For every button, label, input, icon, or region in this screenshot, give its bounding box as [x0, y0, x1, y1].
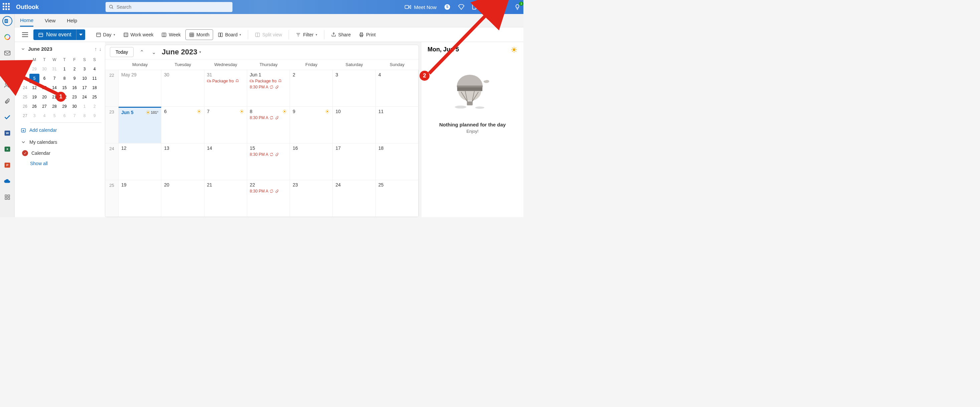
view-workweek-button[interactable]: Work week: [120, 29, 157, 40]
calendar-day-cell[interactable]: 13: [161, 143, 204, 180]
add-calendar-button[interactable]: Add calendar: [21, 124, 102, 136]
share-button[interactable]: Share: [328, 29, 354, 40]
cal-prev-button[interactable]: ⌃: [138, 48, 146, 56]
rail-outlook-icon[interactable]: O: [2, 16, 12, 26]
calendar-event[interactable]: 8:30 PM A: [250, 116, 287, 120]
mini-cal-day[interactable]: 24: [80, 92, 89, 102]
rail-onedrive-icon[interactable]: [2, 176, 12, 186]
calendar-event[interactable]: 8:30 PM A: [250, 189, 287, 193]
calendar-day-cell[interactable]: 12: [119, 143, 161, 180]
mini-cal-day[interactable]: 30: [70, 102, 80, 111]
mini-cal-day[interactable]: 26: [29, 102, 40, 111]
mini-cal-day[interactable]: 1: [80, 102, 89, 111]
mini-cal-day[interactable]: 14: [49, 83, 59, 92]
calendar-day-cell[interactable]: Jun 1Package fro8:30 PM A: [247, 70, 290, 107]
mini-cal-day[interactable]: 4: [40, 111, 49, 120]
rail-word-icon[interactable]: W: [2, 128, 12, 138]
mini-cal-day[interactable]: 4: [89, 64, 100, 74]
my-calendars-section[interactable]: My calendars: [21, 136, 102, 148]
mini-cal-day[interactable]: 25: [89, 92, 100, 102]
calendar-day-cell[interactable]: 11: [376, 107, 418, 143]
calendar-item[interactable]: Calendar: [21, 148, 102, 158]
print-button[interactable]: Print: [355, 29, 379, 40]
mini-cal-day[interactable]: 6: [40, 74, 49, 83]
meet-now-button[interactable]: Meet Now: [404, 4, 437, 10]
rail-todo-icon[interactable]: [2, 112, 12, 122]
mini-calendar[interactable]: MTWTFSS222930311234235678910112412131415…: [21, 55, 102, 120]
calendar-day-cell[interactable]: 20: [161, 180, 204, 217]
calendar-day-cell[interactable]: 30: [161, 70, 204, 107]
mini-cal-day[interactable]: 8: [80, 111, 89, 120]
mini-cal-day[interactable]: 31: [49, 64, 59, 74]
chevron-down-icon[interactable]: [21, 47, 25, 51]
mini-cal-day[interactable]: 27: [40, 102, 49, 111]
tips-icon[interactable]: 3: [514, 4, 521, 10]
calendar-day-cell[interactable]: 21: [204, 180, 247, 217]
calendar-day-cell[interactable]: May 29: [119, 70, 161, 107]
calendar-event[interactable]: 8:30 PM A: [250, 152, 287, 157]
mini-cal-next[interactable]: ↓: [99, 46, 102, 52]
mini-cal-day[interactable]: 30: [40, 64, 49, 74]
calendar-check-icon[interactable]: [22, 150, 28, 156]
mini-cal-day[interactable]: 8: [59, 74, 70, 83]
mini-cal-day[interactable]: 2: [89, 102, 100, 111]
settings-icon[interactable]: [500, 4, 507, 10]
view-week-button[interactable]: Week: [158, 29, 184, 40]
app-launcher-icon[interactable]: [3, 3, 11, 11]
view-day-button[interactable]: Day▾: [92, 29, 119, 40]
calendar-day-cell[interactable]: 14: [204, 143, 247, 180]
cal-title[interactable]: June 2023▾: [162, 48, 201, 56]
rail-powerpoint-icon[interactable]: P: [2, 160, 12, 170]
mini-cal-day[interactable]: 7: [49, 74, 59, 83]
mini-cal-day[interactable]: 12: [29, 83, 40, 92]
calendar-day-cell[interactable]: 16: [290, 143, 332, 180]
mini-cal-day[interactable]: 29: [59, 102, 70, 111]
mini-cal-day[interactable]: 22: [59, 92, 70, 102]
mini-cal-day[interactable]: 3: [29, 111, 40, 120]
calendar-grid[interactable]: 22May 293031Package froJun 1Package fro8…: [105, 70, 418, 217]
mini-cal-day[interactable]: 29: [29, 64, 40, 74]
mini-cal-day[interactable]: 7: [70, 111, 80, 120]
tab-view[interactable]: View: [45, 15, 56, 26]
search-input[interactable]: [116, 4, 229, 10]
mini-cal-day[interactable]: 15: [59, 83, 70, 92]
rail-mail-icon[interactable]: [2, 48, 12, 58]
tab-help[interactable]: Help: [67, 15, 77, 26]
my-day-icon[interactable]: [486, 4, 493, 10]
calendar-day-cell[interactable]: 31Package fro: [204, 70, 247, 107]
calendar-day-cell[interactable]: 88:30 PM A: [247, 107, 290, 143]
skype-icon[interactable]: S: [444, 4, 450, 10]
calendar-day-cell[interactable]: 17: [332, 143, 375, 180]
mini-cal-day[interactable]: 23: [70, 92, 80, 102]
mini-cal-day[interactable]: 2: [70, 64, 80, 74]
mini-cal-day[interactable]: 5: [29, 74, 40, 83]
new-event-dropdown[interactable]: [76, 29, 85, 40]
mini-cal-day[interactable]: 10: [80, 74, 89, 83]
calendar-day-cell[interactable]: 228:30 PM A: [247, 180, 290, 217]
calendar-day-cell[interactable]: 3: [332, 70, 375, 107]
mini-cal-day[interactable]: 9: [70, 74, 80, 83]
mini-cal-day[interactable]: 20: [40, 92, 49, 102]
toggle-sidebar-button[interactable]: [20, 30, 30, 40]
mini-cal-day[interactable]: 28: [49, 102, 59, 111]
calendar-day-cell[interactable]: 18: [376, 143, 418, 180]
rail-excel-icon[interactable]: X: [2, 144, 12, 154]
premium-icon[interactable]: [458, 4, 465, 10]
today-button[interactable]: Today: [110, 47, 134, 57]
mini-cal-day[interactable]: 18: [89, 83, 100, 92]
mini-cal-day[interactable]: 17: [80, 83, 89, 92]
mini-cal-day[interactable]: 5: [49, 111, 59, 120]
teams-icon[interactable]: [472, 4, 479, 10]
new-event-button[interactable]: New event: [33, 29, 85, 40]
cal-next-button[interactable]: ⌄: [150, 48, 158, 56]
mini-cal-day[interactable]: 6: [59, 111, 70, 120]
mini-cal-day[interactable]: 19: [29, 92, 40, 102]
mini-cal-day[interactable]: 21: [49, 92, 59, 102]
rail-google-icon[interactable]: [2, 32, 12, 42]
rail-files-icon[interactable]: [2, 96, 12, 106]
calendar-day-cell[interactable]: 158:30 PM A: [247, 143, 290, 180]
calendar-day-cell[interactable]: 23: [290, 180, 332, 217]
mini-cal-day[interactable]: 3: [80, 64, 89, 74]
calendar-event[interactable]: Package fro: [250, 79, 287, 83]
mini-cal-day[interactable]: 11: [89, 74, 100, 83]
